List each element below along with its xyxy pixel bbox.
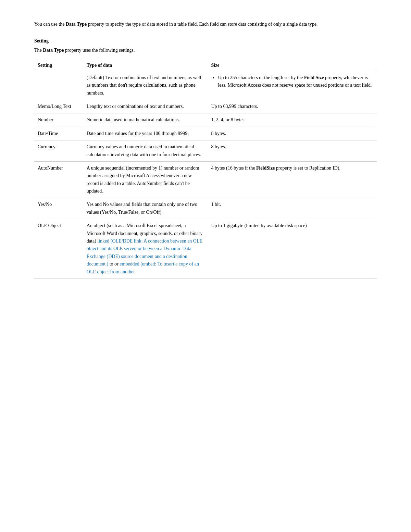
cell-size-number: 1, 2, 4, or 8 bytes: [208, 113, 377, 127]
cell-setting-datetime: Date/Time: [34, 127, 83, 140]
fieldsize-bold: FieldSize: [256, 165, 275, 171]
intro-paragraph: You can use the Data Type property to sp…: [34, 21, 377, 28]
cell-size-autonumber: 4 bytes (16 bytes if the FieldSize prope…: [208, 161, 377, 198]
table-row: Memo/Long Text Lengthy text or combinati…: [34, 100, 377, 113]
cell-type-number: Numeric data used in mathematical calcul…: [83, 113, 208, 127]
cell-setting-memo: Memo/Long Text: [34, 100, 83, 113]
cell-size-memo: Up to 63,999 characters.: [208, 100, 377, 113]
cell-size-ole: Up to 1 gigabyte (limited by available d…: [208, 219, 377, 279]
table-row: Number Numeric data used in mathematical…: [34, 113, 377, 127]
cell-setting-yesno: Yes/No: [34, 198, 83, 219]
cell-type-yesno: Yes and No values and fields that contai…: [83, 198, 208, 219]
cell-setting-autonumber: AutoNumber: [34, 161, 83, 198]
table-row: Date/Time Date and time values for the y…: [34, 127, 377, 140]
cell-type-text: (Default) Text or combinations of text a…: [83, 71, 208, 100]
intro-bold-datatype: Data Type: [66, 22, 87, 27]
cell-size-text: Up to 255 characters or the length set b…: [208, 71, 377, 100]
cell-setting-ole: OLE Object: [34, 219, 83, 279]
cell-type-datetime: Date and time values for the years 100 t…: [83, 127, 208, 140]
cell-setting-number: Number: [34, 113, 83, 127]
col-header-size: Size: [208, 60, 377, 71]
data-type-table: Setting Type of data Size (Default) Text…: [34, 60, 377, 279]
cell-setting-text: [34, 71, 83, 100]
table-row: OLE Object An object (such as a Microsof…: [34, 219, 377, 279]
cell-setting-currency: Currency: [34, 140, 83, 162]
cell-type-ole: An object (such as a Microsoft Excel spr…: [83, 219, 208, 279]
cell-type-autonumber: A unique sequential (incremented by 1) n…: [83, 161, 208, 198]
cell-type-currency: Currency values and numeric data used in…: [83, 140, 208, 162]
table-row: AutoNumber A unique sequential (incremen…: [34, 161, 377, 198]
cell-size-currency: 8 bytes.: [208, 140, 377, 162]
section-heading: Setting: [34, 38, 377, 44]
col-header-setting: Setting: [34, 60, 83, 71]
table-row: Yes/No Yes and No values and fields that…: [34, 198, 377, 219]
table-header-row: Setting Type of data Size: [34, 60, 377, 71]
cell-size-yesno: 1 bit.: [208, 198, 377, 219]
table-row: Currency Currency values and numeric dat…: [34, 140, 377, 162]
cell-size-datetime: 8 bytes.: [208, 127, 377, 140]
cell-type-memo: Lengthy text or combinations of text and…: [83, 100, 208, 113]
section-subtext: The Data Type property uses the followin…: [34, 47, 377, 54]
col-header-type: Type of data: [83, 60, 208, 71]
subtext-bold-datatype: Data Type: [43, 48, 64, 53]
table-row: (Default) Text or combinations of text a…: [34, 71, 377, 100]
field-size-bold: Field Size: [304, 75, 324, 80]
